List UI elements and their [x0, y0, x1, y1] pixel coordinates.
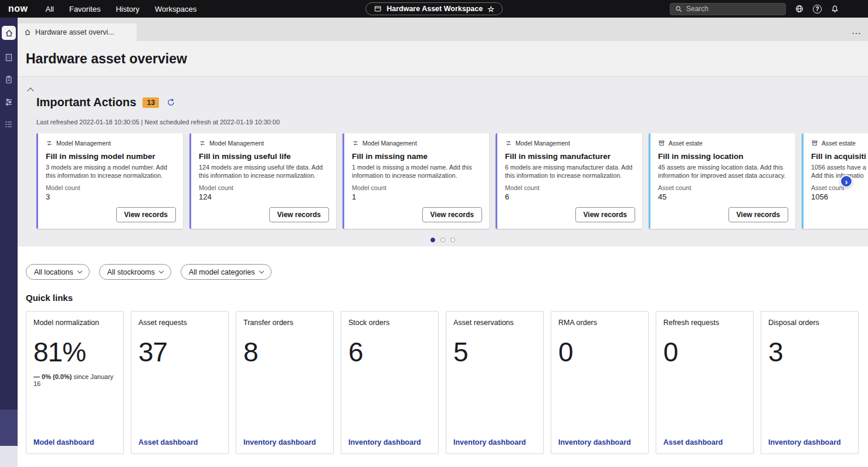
metric-value: 6: [348, 336, 431, 368]
filter-stockrooms[interactable]: All stockrooms: [99, 264, 171, 280]
dashboard-link[interactable]: Model dashboard: [33, 438, 94, 446]
card-count-value: 124: [199, 192, 328, 201]
list-icon: [4, 120, 13, 129]
view-records-button[interactable]: View records: [728, 207, 788, 222]
dashboard-link[interactable]: Inventory dashboard: [348, 438, 421, 446]
metric-label: Stock orders: [348, 319, 431, 327]
card-count-value: 1: [352, 192, 482, 201]
help-icon[interactable]: ?: [813, 5, 822, 13]
metric-value: 0: [663, 336, 746, 368]
card-title: Fill in missing location: [658, 152, 788, 161]
filter-label: All locations: [34, 268, 73, 276]
model-management-icon: [199, 140, 206, 147]
page-title: Hardware asset overview: [26, 51, 187, 67]
card-category: Model Management: [352, 140, 482, 147]
action-card: Model Management Fill in missing useful …: [189, 133, 336, 229]
card-count-label: Asset count: [658, 184, 788, 191]
refresh-info: Last refreshed 2022-01-18 10:30:05 | Nex…: [36, 119, 280, 126]
card-count-label: Model count: [352, 184, 482, 191]
action-card: Asset estate Fill in missing location 45…: [649, 133, 795, 229]
dashboard-link[interactable]: Inventory dashboard: [453, 438, 526, 446]
workspace-switcher[interactable]: Hardware Asset Workspace ☆: [365, 2, 503, 15]
model-management-icon: [46, 140, 53, 147]
card-count-value: 1056: [811, 192, 868, 201]
tab-hardware-asset-overview[interactable]: Hardware asset overvi...: [18, 23, 137, 41]
nav-history[interactable]: History: [116, 5, 139, 13]
card-category-label: Model Management: [362, 140, 417, 147]
metric-value: 37: [138, 336, 221, 368]
quick-links-title: Quick links: [26, 293, 868, 303]
card-description: 3 models are missing a model number. Add…: [46, 163, 175, 180]
view-records-button[interactable]: View records: [116, 207, 176, 222]
card-count-label: Asset count: [811, 184, 868, 191]
asset-estate-icon: [811, 140, 818, 147]
important-actions-carousel: Model Management Fill in missing model n…: [36, 133, 868, 229]
carousel-dot[interactable]: [430, 238, 435, 242]
search-input[interactable]: [686, 5, 781, 13]
action-card: Model Management Fill in missing name 1 …: [343, 133, 489, 229]
dashboard-link[interactable]: Inventory dashboard: [558, 438, 631, 446]
card-description: 6 models are missing manufacturer data. …: [505, 163, 635, 180]
nav-workspaces[interactable]: Workspaces: [155, 5, 196, 13]
globe-icon[interactable]: [795, 4, 804, 13]
notifications-bell-icon[interactable]: [830, 5, 839, 13]
card-category: Model Management: [505, 140, 635, 147]
card-description: 45 assets are missing location data. Add…: [658, 163, 788, 180]
dashboard-link[interactable]: Inventory dashboard: [243, 438, 316, 446]
card-category: Asset estate: [658, 140, 788, 147]
sidebar-item-organization[interactable]: [4, 53, 13, 62]
clipboard-icon: [4, 75, 13, 84]
card-category-label: Asset estate: [822, 140, 856, 147]
dashboard-link[interactable]: Inventory dashboard: [768, 438, 841, 446]
metric-card-transfer-orders: Transfer orders 8 Inventory dashboard: [236, 311, 334, 454]
metric-value: 3: [768, 336, 851, 368]
filter-model-categories[interactable]: All model categories: [181, 264, 272, 280]
sidebar-item-filters[interactable]: [4, 97, 13, 107]
metric-label: Refresh requests: [663, 319, 746, 327]
card-title: Fill in missing useful life: [199, 152, 328, 161]
page-header: Hardware asset overview: [18, 41, 868, 76]
metric-card-asset-requests: Asset requests 37 Asset dashboard: [131, 311, 229, 454]
dashboard-link[interactable]: Asset dashboard: [663, 438, 723, 446]
metric-delta-value: — 0% (0.0%): [33, 373, 72, 380]
view-records-button[interactable]: View records: [269, 207, 329, 222]
card-title: Fill in missing model number: [46, 152, 175, 161]
filter-locations[interactable]: All locations: [26, 264, 90, 280]
metric-label: Model normalization: [33, 319, 116, 327]
tab-overflow-icon[interactable]: ⋯: [852, 29, 861, 38]
chevron-down-icon: [259, 269, 263, 273]
view-records-button[interactable]: View records: [422, 207, 482, 222]
nav-favorites[interactable]: Favorites: [69, 5, 100, 13]
sidebar-item-lists[interactable]: [4, 120, 13, 129]
collapse-section-button[interactable]: [28, 85, 33, 96]
metric-value: 0: [558, 336, 641, 368]
action-card: Model Management Fill in missing manufac…: [496, 133, 642, 229]
metric-card-rma-orders: RMA orders 0 Inventory dashboard: [551, 311, 649, 454]
filter-bar: All locations All stockrooms All model c…: [26, 264, 868, 280]
refresh-icon[interactable]: [167, 98, 175, 107]
filter-label: All stockrooms: [107, 268, 155, 276]
metric-label: Transfer orders: [243, 319, 326, 327]
user-avatar[interactable]: [848, 2, 861, 15]
building-icon: [4, 53, 13, 62]
metric-label: Asset requests: [138, 319, 221, 327]
card-count-value: 6: [505, 192, 635, 201]
sidebar-item-tasks[interactable]: [4, 75, 13, 84]
card-count-value: 45: [658, 192, 788, 201]
nav-all[interactable]: All: [46, 5, 54, 13]
dashboard-link[interactable]: Asset dashboard: [138, 438, 198, 446]
card-category-label: Asset estate: [669, 140, 703, 147]
favorite-star-icon[interactable]: ☆: [487, 5, 494, 13]
workspace-icon: [374, 5, 382, 13]
card-category: Model Management: [46, 140, 175, 147]
carousel-next-button[interactable]: ›: [840, 175, 853, 188]
carousel-dot[interactable]: [440, 238, 445, 242]
sidebar-item-home[interactable]: [2, 26, 16, 40]
view-records-button[interactable]: View records: [575, 207, 635, 222]
card-title: Fill in missing manufacturer: [505, 152, 635, 161]
carousel-dot[interactable]: [450, 238, 455, 242]
card-count-label: Model count: [46, 184, 175, 191]
content-area: Hardware asset overvi... ⋯ Hardware asse…: [18, 18, 868, 467]
metric-label: RMA orders: [558, 319, 641, 327]
model-management-icon: [505, 140, 512, 147]
